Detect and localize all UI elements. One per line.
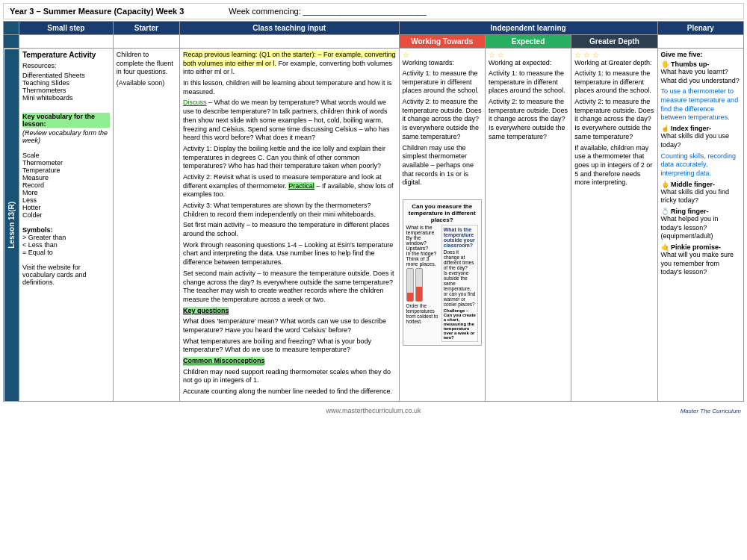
symbol-gt: > Greater than — [22, 234, 110, 241]
wt-label: Working towards: — [403, 59, 482, 66]
ws-q1: By the window? — [406, 235, 438, 246]
worksheet-image: Can you measure the temperature in diffe… — [403, 199, 482, 346]
vocab-2: Thermometer — [22, 159, 110, 167]
wt-activity2: Activity 2: to measure the temperature o… — [403, 98, 482, 141]
thermometer-2 — [415, 268, 423, 302]
plenary-header: Plenary — [657, 22, 743, 35]
plenary-thumb-blue: To use a thermometer to measure temperat… — [661, 87, 740, 122]
lesson-tab-header — [4, 22, 19, 35]
gd-note: If available, children may use a thermom… — [574, 144, 654, 187]
lesson-tab-subheader — [4, 35, 19, 49]
main-content-row: Lesson 13(R) Temperature Activity Resour… — [4, 49, 744, 402]
vocab-label: Key vocabulary for the lesson: — [22, 113, 110, 128]
vocab-3: Temperature — [22, 167, 110, 174]
small-step-header: Small step — [19, 22, 113, 35]
expected-cell: ☆ ☆ Working at expected: Activity 1: to … — [485, 49, 571, 402]
plenary-middle-label: 🖕 Middle finger- — [661, 181, 740, 188]
wt-note: Children may use the simplest thermomete… — [403, 144, 482, 187]
page-header: Year 3 – Summer Measure (Capacity) Week … — [3, 3, 744, 19]
plenary-index-text: What skills did you use today? — [661, 132, 740, 149]
resource-1: Differentiated Sheets — [22, 72, 110, 79]
ws-title: Can you measure the temperature in diffe… — [406, 203, 478, 223]
footer-url-text: www.masterthecurriculum.co.uk — [326, 407, 421, 414]
ws-order: Order the temperatures from coldest to h… — [406, 303, 438, 324]
lesson-tab: Lesson 13(R) — [4, 49, 19, 402]
greater-depth-cell: ☆ ☆ ☆ Working at Greater depth: Activity… — [571, 49, 657, 402]
ct-kq-1: What does 'temperature' mean? What words… — [183, 317, 396, 335]
footer-logo: Master The Curriculum — [681, 408, 741, 414]
ct-main1: Set first main activity – to measure the… — [183, 221, 396, 238]
resource-4: Mini whiteboards — [22, 94, 110, 102]
ws-right-title: What is the temperature outside your cla… — [444, 227, 476, 248]
class-teaching-sub — [179, 35, 399, 49]
ct-kq-2: What temperatures are boiling and freezi… — [183, 337, 396, 355]
ct-activity2-wrapper: Activity 2: Revisit what is used to meas… — [183, 173, 396, 199]
ct-misconception-2: Accurate counting along the number line … — [183, 388, 396, 396]
website-note: Visit the website for vocabulary cards a… — [22, 264, 110, 286]
plenary-middle-text: What skills did you find tricky today? — [661, 188, 740, 205]
symbol-lt: < Less than — [22, 241, 110, 249]
ws-q2: Upstairs? — [406, 246, 438, 251]
ct-practical: Practical — [288, 182, 314, 190]
ws-left: What is the temperature By the window? U… — [406, 225, 438, 324]
plenary-pinkie-text: What will you make sure you remember fro… — [661, 251, 740, 277]
ct-discuss-rest: – What do we mean by temperature? What w… — [183, 99, 390, 141]
starter-sub — [113, 35, 179, 49]
small-step-sub — [19, 35, 113, 49]
ct-misconceptions-label: Common Misconceptions — [183, 357, 396, 366]
key-questions-label: Key questions — [183, 307, 229, 316]
exp-stars: ☆ ☆ — [489, 51, 568, 59]
plenary-index-blue: Counting skills, recording data accurate… — [661, 152, 740, 178]
review-label: (Review vocabulary form the week) — [22, 129, 110, 144]
working-towards-cell: ☆ Working towards: Activity 1: to measur… — [399, 49, 485, 402]
ct-misconception-1: Children may need support reading thermo… — [183, 368, 396, 385]
wt-activity1: Activity 1: to measure the temperature i… — [403, 69, 482, 96]
ws-rq1: Does it change at different times of the… — [444, 249, 476, 270]
ct-kq-label: Key questions — [183, 307, 396, 316]
vocab-6: More — [22, 189, 110, 196]
footer: www.masterthecurriculum.co.uk Master The… — [3, 405, 744, 416]
thermometer-row — [406, 268, 438, 302]
working-towards-header: Working Towards — [399, 35, 485, 49]
plenary-index-label: ☝ Index finger- — [661, 125, 740, 132]
plenary-title: Give me five: — [661, 51, 740, 58]
exp-label: Working at expected: — [489, 59, 568, 66]
ws-q3: In the fridge? — [406, 251, 438, 256]
gd-activity1: Activity 1: to measure the temperature i… — [574, 69, 654, 96]
ct-intro: Recap previous learning: (Q1 on the star… — [183, 51, 396, 77]
ct-reasoning: Work through reasoning questions 1-4 – L… — [183, 241, 396, 267]
ct-activity3-text: Activity 3: What temperatures are shown … — [183, 202, 376, 218]
vocab-8: Hotter — [22, 204, 110, 211]
ct-main2: Set second main activity – to measure th… — [183, 270, 396, 305]
ct-activity3: Activity 3: What temperatures are shown … — [183, 202, 396, 219]
ws-challenge: Challenge – Can you create a chart, meas… — [444, 308, 476, 340]
misconceptions-label: Common Misconceptions — [183, 357, 265, 366]
thermometer-1 — [406, 268, 414, 302]
main-table: Small step Starter Class teaching input … — [3, 21, 744, 402]
small-step-cell: Temperature Activity Resources: Differen… — [19, 49, 113, 402]
vocab-4: Measure — [22, 174, 110, 181]
week-commencing: Week commencing: _______________________… — [229, 7, 737, 16]
class-teaching-cell: Recap previous learning: (Q1 on the star… — [179, 49, 399, 402]
vocab-7: Less — [22, 196, 110, 204]
vocab-9: Colder — [22, 211, 110, 219]
starter-cell: Children to complete the fluent in four … — [113, 49, 179, 402]
vocab-1: Scale — [22, 152, 110, 159]
expected-header: Expected — [485, 35, 571, 49]
greater-depth-header: Greater Depth — [571, 35, 657, 49]
page-wrapper: Year 3 – Summer Measure (Capacity) Week … — [0, 0, 747, 419]
ws-content-row: What is the temperature By the window? U… — [406, 225, 478, 342]
resources-label: Resources: — [22, 62, 110, 69]
ws-rq2: Is everyone outside the same temperature… — [444, 270, 476, 307]
plenary-pinkie-label: 🤙 Pinkie promise- — [661, 243, 740, 251]
class-teaching-header: Class teaching input — [179, 22, 399, 35]
ws-q4: Think of 3 more places. — [406, 256, 438, 267]
ct-para1: In this lesson, children will be learnin… — [183, 79, 396, 96]
resource-3: Thermometers — [22, 87, 110, 94]
plenary-ring-text: What helped you in today's lesson? (equi… — [661, 215, 740, 241]
starter-header: Starter — [113, 22, 179, 35]
independent-header: Independent learning — [399, 22, 657, 35]
wt-stars: ☆ — [403, 51, 482, 59]
resources-list: Differentiated Sheets Teaching Slides Th… — [22, 72, 110, 102]
footer-url: www.masterthecurriculum.co.uk — [251, 406, 496, 414]
